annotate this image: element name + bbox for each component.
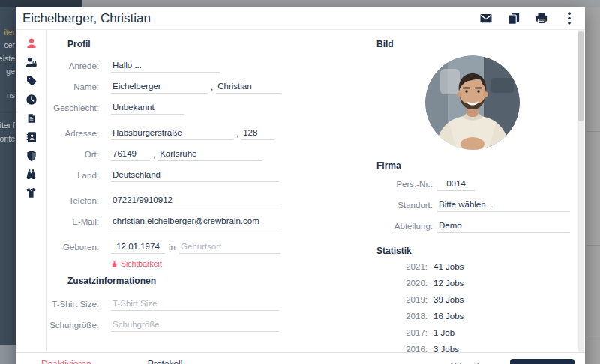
adresse-separator: , <box>236 129 238 138</box>
modal-scrollbar[interactable] <box>578 30 584 352</box>
background-top-strip <box>82 0 600 7</box>
rail-tab-documents[interactable] <box>23 112 40 124</box>
stat-year: 2016: <box>360 345 428 352</box>
schuhgroesse-label: Schuhgröße: <box>46 321 99 330</box>
birthplace-input[interactable] <box>179 240 280 254</box>
geboren-label: Geboren: <box>46 243 99 252</box>
tshirt-label: T-Shirt Size: <box>46 300 99 309</box>
rail-tab-user-access[interactable] <box>23 55 40 68</box>
modal-icon-rail <box>16 30 46 352</box>
modal-header: Eichelberger, Christian <box>16 7 585 30</box>
kebab-menu-icon <box>567 11 572 25</box>
visibility-label: Sichtbarkeit <box>121 259 162 268</box>
standort-select[interactable] <box>437 198 570 212</box>
ort-label: Ort: <box>46 150 99 159</box>
adresse-label: Adresse: <box>46 129 99 138</box>
telefon-label: Telefon: <box>46 196 99 205</box>
persnr-input[interactable] <box>437 178 475 191</box>
profile-photo[interactable] <box>425 55 520 150</box>
stat-row: 2021: 41 Jobs <box>360 262 585 273</box>
modal-body: Profil Anrede: Name: , Geschlecht: <box>16 30 585 352</box>
phone-input[interactable] <box>111 194 279 207</box>
shirt-icon <box>25 187 38 198</box>
lastname-input[interactable] <box>111 80 208 94</box>
background-topbar <box>0 0 82 7</box>
modal-title: Eichelberger, Christian <box>22 11 151 26</box>
right-column: Bild <box>360 33 585 352</box>
form-row-schuh: Schuhgröße: <box>46 318 354 333</box>
birthdate-input[interactable] <box>111 240 165 254</box>
street-input[interactable] <box>111 127 233 140</box>
cancel-link[interactable]: Abbrechen <box>448 359 492 364</box>
stat-jobs: 1 Job <box>434 328 454 339</box>
stat-year: 2021: <box>360 262 428 273</box>
form-row-email: E-Mail: <box>46 214 354 229</box>
form-row-anrede: Anrede: <box>46 58 354 73</box>
background-nav-item: vorite <box>0 134 15 143</box>
stat-jobs: 16 Jobs <box>434 312 464 323</box>
anrede-input[interactable] <box>111 59 220 73</box>
print-button[interactable] <box>535 12 548 25</box>
form-row-standort: Standort: <box>360 198 585 213</box>
form-row-name: Name: , <box>46 79 354 94</box>
visibility-link[interactable]: Sichtbarkeit <box>111 259 354 268</box>
schuhgroesse-input[interactable] <box>111 318 279 332</box>
more-menu-button[interactable] <box>562 12 576 25</box>
deactivate-link[interactable]: Deaktivieren <box>41 359 92 364</box>
form-row-persnr: Pers.-Nr.: <box>360 177 585 192</box>
stat-row: 2020: 12 Jobs <box>360 279 585 290</box>
rail-tab-security[interactable] <box>23 149 40 162</box>
shield-icon <box>26 150 38 162</box>
email-input[interactable] <box>111 215 279 228</box>
zusatz-heading: Zusatzinformationen <box>68 276 354 286</box>
geboren-in-label: in <box>169 243 176 252</box>
background-nav-item: iter <box>4 28 15 37</box>
rail-tab-times[interactable] <box>23 93 40 106</box>
modal-footer: Deaktivieren Protokoll Abbrechen Speiche… <box>16 352 585 364</box>
log-link[interactable]: Protokoll <box>148 359 183 364</box>
form-row-telefon: Telefon: <box>46 193 354 208</box>
abteilung-label: Abteilung: <box>360 222 433 231</box>
rail-tab-clothing[interactable] <box>23 186 40 199</box>
tshirt-input[interactable] <box>111 297 279 311</box>
stat-jobs: 39 Jobs <box>434 295 464 306</box>
copy-button[interactable] <box>507 12 520 25</box>
zip-input[interactable] <box>111 148 150 161</box>
land-label: Land: <box>46 171 99 180</box>
employee-profile-modal: Eichelberger, Christian <box>16 7 585 364</box>
address-book-icon <box>26 131 38 143</box>
clock-icon <box>26 94 38 106</box>
background-nav-divider <box>0 112 16 112</box>
stat-row: 2019: 39 Jobs <box>360 295 585 306</box>
rail-tab-search[interactable] <box>23 168 40 181</box>
save-button[interactable]: Speichern <box>510 359 574 364</box>
mail-button[interactable] <box>479 12 493 25</box>
rail-tab-profile[interactable] <box>23 37 40 49</box>
ort-separator: , <box>153 150 155 159</box>
stat-row: 2018: 16 Jobs <box>360 312 585 323</box>
standort-label: Standort: <box>360 201 433 210</box>
background-nav-item: ns <box>7 91 15 100</box>
mail-icon <box>479 11 493 25</box>
modal-content: Profil Anrede: Name: , Geschlecht: <box>46 30 585 352</box>
stat-year: 2018: <box>360 312 428 323</box>
file-icon <box>26 112 37 124</box>
stat-year: 2017: <box>360 328 428 339</box>
background-nav-item: cer <box>4 40 15 49</box>
rail-tab-contacts[interactable] <box>23 130 40 143</box>
housenumber-input[interactable] <box>242 127 274 140</box>
anrede-label: Anrede: <box>46 61 99 70</box>
firstname-input[interactable] <box>216 80 281 94</box>
geschlecht-input[interactable] <box>111 101 184 115</box>
background-nav-item: iter f <box>0 121 15 130</box>
city-input[interactable] <box>158 148 262 161</box>
abteilung-select[interactable] <box>437 219 570 233</box>
background-row-divider <box>586 336 600 336</box>
country-input[interactable] <box>111 169 279 182</box>
stat-jobs: 12 Jobs <box>434 279 464 290</box>
email-label: E-Mail: <box>46 217 99 226</box>
background-row-divider <box>586 245 600 246</box>
modal-scrollbar-thumb[interactable] <box>578 31 584 121</box>
print-icon <box>535 11 548 25</box>
rail-tab-tags[interactable] <box>23 74 40 87</box>
